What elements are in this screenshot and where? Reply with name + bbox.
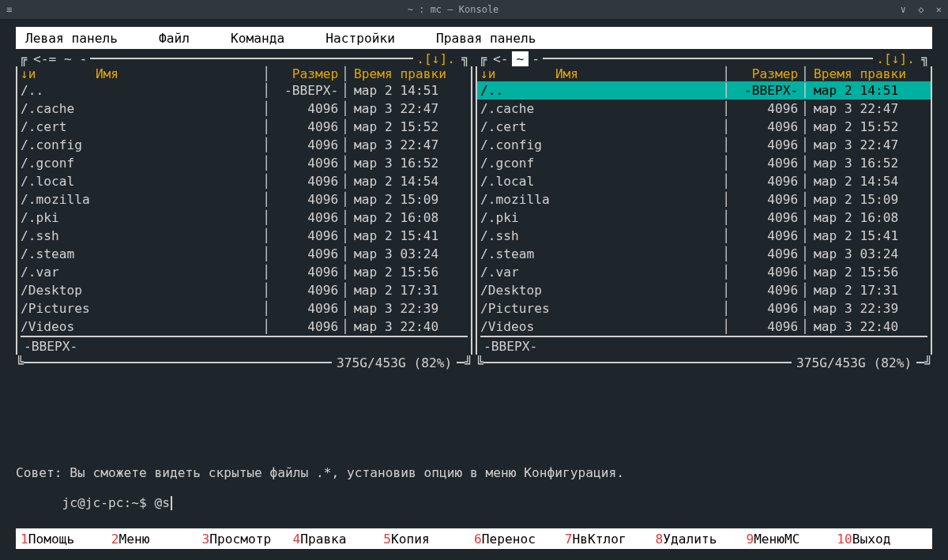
appmenu-icon[interactable]: ≡ [6,4,12,15]
text-cursor-icon [171,496,172,510]
file-row[interactable]: /.cert│4096│мар 2 15:52 [477,118,931,136]
fkey-number: 4 [292,532,300,547]
col-size-label[interactable]: Размер [730,66,801,81]
menu-command[interactable]: Команда [231,31,284,46]
file-size: 4096 [730,319,801,334]
file-size: 4096 [270,137,341,152]
fkey-number: 9 [746,532,754,547]
terminal-area: Левая панель Файл Команда Настройки Прав… [0,19,948,560]
left-file-list[interactable]: /..│-ВВЕРХ-│мар 2 14:51/.cache│4096│мар … [17,81,471,336]
prompt-input[interactable]: @s [154,495,170,510]
col-name-label[interactable]: Имя [36,66,179,81]
menu-right-panel[interactable]: Правая панель [436,31,536,46]
function-key-bar[interactable]: 1Помощь2Меню3Просмотр4Правка5Копия6Перен… [16,528,932,549]
file-name: /.mozilla [21,192,263,207]
fkey-label: Копия [391,532,430,547]
file-row[interactable]: /Desktop│4096│мар 2 17:31 [477,281,931,299]
left-panel[interactable]: ╔ <-= ~ - .[↓]. ╗ ↓.ииИмя │ Размер │ Вре… [16,51,472,464]
col-size-label[interactable]: Размер [270,66,341,81]
fkey-5[interactable]: 5Копия [383,532,474,547]
file-size: 4096 [730,119,801,134]
file-row[interactable]: /.mozilla│4096│мар 2 15:09 [477,190,931,209]
file-name: /.pki [480,210,723,225]
file-row[interactable]: /.ssh│4096│мар 2 15:41 [477,227,931,245]
maximize-icon[interactable]: ◇ [918,4,924,15]
file-mtime: мар 3 03:24 [349,246,468,261]
fkey-9[interactable]: 9МенюМС [746,532,837,547]
file-mtime: мар 2 17:31 [349,283,468,298]
col-name-label[interactable]: Имя [496,66,638,81]
file-row[interactable]: /.steam│4096│мар 3 03:24 [477,245,931,263]
file-row[interactable]: /.cache│4096│мар 3 22:47 [17,100,471,118]
menu-file[interactable]: Файл [159,31,190,46]
fkey-4[interactable]: 4Правка [292,532,383,547]
file-mtime: мар 2 15:41 [809,228,927,243]
file-row[interactable]: /Videos│4096│мар 3 22:40 [477,318,931,336]
fkey-number: 1 [21,532,28,547]
file-name: /Desktop [21,283,263,298]
fkey-8[interactable]: 8Удалить [656,532,747,547]
fkey-number: 8 [656,532,664,547]
file-size: 4096 [270,319,341,334]
fkey-number: 2 [111,532,119,547]
left-column-headers: ↓.ииИмя │ Размер │ Время правки [17,66,471,81]
file-name: /Videos [21,319,263,334]
file-name: /.gconf [21,156,263,171]
fkey-3[interactable]: 3Просмотр [202,532,293,547]
file-row[interactable]: /.config│4096│мар 3 22:47 [17,136,471,154]
file-row[interactable]: /.local│4096│мар 2 14:54 [17,172,471,190]
file-row[interactable]: /..│-ВВЕРХ-│мар 2 14:51 [477,81,931,100]
right-panel-path[interactable]: ~ [512,51,529,66]
left-sort-indicator[interactable]: .[↓]. [413,51,458,66]
file-row[interactable]: /Videos│4096│мар 3 22:40 [17,318,471,336]
right-panel[interactable]: ╔ <- ~ - .[↓]. ╗ ↓иИмя │ Размер │ Время … [476,51,932,464]
file-mtime: мар 2 15:56 [809,265,927,280]
close-icon[interactable]: ✕ [936,4,942,15]
file-size: 4096 [730,156,801,171]
col-mtime-label[interactable]: Время правки [349,66,468,81]
file-mtime: мар 3 16:52 [349,156,468,171]
file-row[interactable]: /.var│4096│мар 2 15:56 [477,263,931,281]
minimize-icon[interactable]: ∨ [901,4,906,15]
fkey-7[interactable]: 7НвКтлог [565,532,656,547]
file-row[interactable]: /Pictures│4096│мар 3 22:39 [477,299,931,318]
file-mtime: мар 2 14:54 [349,174,468,189]
col-mtime-label[interactable]: Время правки [809,66,927,81]
file-mtime: мар 2 14:51 [809,83,927,98]
file-name: /.steam [480,246,723,261]
file-row[interactable]: /Desktop│4096│мар 2 17:31 [17,281,471,299]
right-sort-indicator[interactable]: .[↓]. [873,51,918,66]
file-row[interactable]: /.gconf│4096│мар 3 16:52 [477,154,931,172]
file-row[interactable]: /.gconf│4096│мар 3 16:52 [17,154,471,172]
file-row[interactable]: /.cert│4096│мар 2 15:52 [17,118,471,136]
file-mtime: мар 2 15:09 [809,192,927,207]
window-titlebar[interactable]: ≡ ~ : mc — Konsole ∨ ◇ ✕ [0,0,948,19]
file-row[interactable]: /.ssh│4096│мар 2 15:41 [17,227,471,245]
fkey-2[interactable]: 2Меню [111,532,202,547]
file-name: /.var [21,265,263,280]
fkey-10[interactable]: 10Выход [837,532,927,547]
fkey-number: 10 [837,532,852,547]
file-row[interactable]: /Pictures│4096│мар 3 22:39 [17,299,471,318]
file-row[interactable]: /.mozilla│4096│мар 2 15:09 [17,190,471,209]
fkey-6[interactable]: 6Перенос [474,532,565,547]
file-row[interactable]: /.pki│4096│мар 2 16:08 [17,209,471,227]
file-name: /.local [21,174,263,189]
file-row[interactable]: /..│-ВВЕРХ-│мар 2 14:51 [17,81,471,100]
file-mtime: мар 3 22:39 [349,301,468,316]
file-row[interactable]: /.local│4096│мар 2 14:54 [477,172,931,190]
right-file-list[interactable]: /..│-ВВЕРХ-│мар 2 14:51/.cache│4096│мар … [477,81,931,336]
file-row[interactable]: /.steam│4096│мар 3 03:24 [17,245,471,263]
menu-left-panel[interactable]: Левая панель [25,31,118,46]
right-panel-bottom: ╚ 375G/453G (82%) ╝ [476,355,932,370]
file-row[interactable]: /.pki│4096│мар 2 16:08 [477,209,931,227]
file-row[interactable]: /.var│4096│мар 2 15:56 [17,263,471,281]
fkey-label: Выход [852,532,891,547]
fkey-1[interactable]: 1Помощь [21,532,111,547]
file-row[interactable]: /.cache│4096│мар 3 22:47 [477,100,931,118]
mc-menubar[interactable]: Левая панель Файл Команда Настройки Прав… [16,27,932,49]
shell-prompt[interactable]: jc@jc-pc:~$ @s [16,480,932,526]
menu-settings[interactable]: Настройки [325,31,395,46]
file-row[interactable]: /.config│4096│мар 3 22:47 [477,136,931,154]
file-name: /.. [21,83,263,98]
